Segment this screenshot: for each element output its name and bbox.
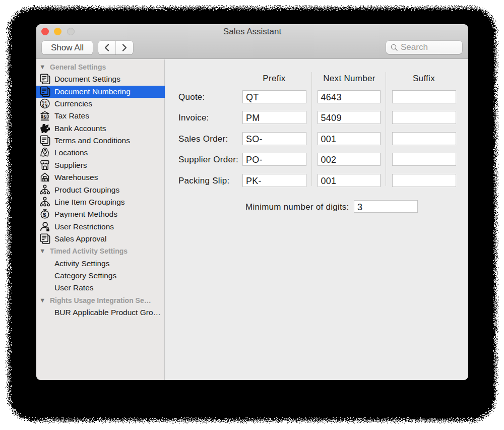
svg-text:$: $ [43,212,46,218]
svg-text:¥: ¥ [45,103,48,108]
svg-text:$: $ [43,114,46,119]
svg-text:€: € [42,103,44,108]
